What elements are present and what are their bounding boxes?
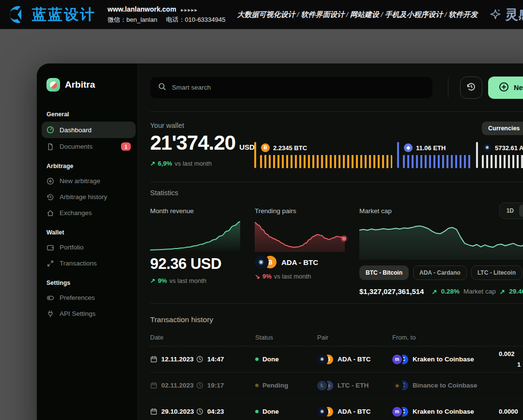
site-link[interactable]: www.lanlanwork.com (108, 5, 176, 13)
lanlan-brand-text: 蓝蓝设计 (32, 5, 96, 25)
table-row[interactable]: 29.10.202304:23Done✳ɃADA - BTCmCKraken t… (150, 399, 523, 420)
top-banner: 蓝蓝设计 www.lanlanwork.com▸▸▸▸▸ 微信：ben_lanl… (0, 0, 523, 29)
notification-badge: 1 (121, 142, 131, 151)
market-cap-label: Market cap (359, 207, 392, 219)
tx-pair: ✳ɃADA - BTC (317, 355, 392, 364)
sidebar-item-label: Portfolio (60, 244, 84, 251)
pair-pill-ada[interactable]: ADA - Cardano (413, 265, 467, 280)
trending-pairs-chart (255, 221, 345, 252)
history-icon (466, 82, 476, 92)
new-arbitrage-label: New arbitrage (514, 84, 523, 92)
history-button[interactable] (460, 77, 482, 99)
pair-pills: BTC - BitcoinADA - CardanoLTC - Litecoin… (359, 265, 523, 280)
tx-status: Done (255, 408, 317, 415)
transfer-icon (46, 260, 54, 267)
sidebar-item-label: Transactions (60, 260, 97, 267)
tx-time: 19:17 (196, 382, 255, 389)
tx-amount: 0.0000 (499, 406, 523, 417)
arbitra-logo-icon (46, 78, 60, 92)
page: 蓝蓝设计 www.lanlanwork.com▸▸▸▸▸ 微信：ben_lanl… (0, 0, 523, 420)
home-icon (46, 209, 54, 217)
sidebar-item-preferences[interactable]: Preferences (42, 290, 136, 305)
market-cap-card: Market cap 1D7D1M BTC - BitcoinADA - Car… (359, 207, 523, 296)
dashboard-icon (46, 126, 54, 134)
pair-pill-btc[interactable]: BTC - Bitcoin (359, 265, 409, 280)
ada-coin-icon: ✳ (317, 355, 327, 364)
segment-marker (254, 142, 256, 168)
tx-pair: ✳ɃADA - BTC (317, 407, 392, 417)
transactions-header: Date Status Pair From, to (150, 334, 523, 346)
sidebar-item-label: Preferences (60, 294, 95, 301)
wallet-title: Your wallet (150, 122, 184, 129)
sidebar-item-new-arbitrage[interactable]: New arbitrage (42, 173, 136, 188)
status-dot (255, 358, 259, 361)
toggle-icon (46, 294, 54, 302)
range-tab-7d[interactable]: 7D (519, 204, 523, 217)
trend-up-icon: ↗ (150, 160, 155, 167)
plus-icon (499, 82, 509, 92)
search-input[interactable] (171, 83, 425, 92)
section-title: Settings (46, 280, 131, 286)
wallet-tab-currencies[interactable]: Currencies (482, 122, 523, 135)
topbar: New arbitrage (150, 63, 523, 111)
table-row[interactable]: 02.11.202319:17PendingŁ◆LTC - ETH◆CBinan… (150, 373, 523, 399)
eth-coin-icon: ◆ (404, 143, 413, 152)
transactions-rows: 12.11.202314:47Done✳ɃADA - BTCmCKraken t… (150, 346, 523, 420)
section-title: Arbitrage (46, 163, 131, 170)
sidebar-item-arbitrage-history[interactable]: Arbitrage history (42, 189, 136, 204)
search-box[interactable] (150, 77, 432, 98)
holdings-bars: Ƀ2.2345 BTC◆11.06 ETH✳5732.61 ADA (254, 142, 523, 169)
services-list: 大数据可视化设计 / 软件界面设计 / 网站建设 / 手机及小程序设计 / 软件… (237, 10, 477, 19)
sidebar-item-api-settings[interactable]: API Settings (42, 306, 136, 321)
lanlan-logo: 蓝蓝设计 (8, 5, 96, 25)
tx-time: 04:23 (196, 408, 255, 415)
sidebar-item-dashboard[interactable]: Dashboard (42, 122, 136, 138)
holding-bars (482, 155, 523, 168)
plus-icon (499, 82, 509, 93)
sidebar-section-settings: SettingsPreferencesAPI Settings (46, 280, 131, 321)
arbitra-app: Arbitra GeneralDashboardDocuments1Arbitr… (37, 63, 523, 420)
clock-icon (196, 382, 203, 389)
sidebar-item-label: API Settings (60, 310, 95, 317)
tx-status: Done (255, 356, 317, 363)
chart-end-dot (342, 236, 346, 241)
ada-coin-icon: ✳ (255, 256, 267, 268)
status-dot (255, 410, 259, 413)
table-row[interactable]: 12.11.202314:47Done✳ɃADA - BTCmCKraken t… (150, 346, 523, 373)
tx-date: 12.11.2023 (150, 356, 196, 363)
sidebar-item-documents[interactable]: Documents1 (42, 139, 136, 154)
balance-currency: USD (239, 143, 255, 151)
sidebar-item-label: Documents (60, 143, 92, 150)
holding-amount-text: 2.2345 BTC (273, 144, 307, 152)
sidebar-item-label: Dashboard (60, 126, 92, 134)
sidebar-item-label: New arbitrage (60, 177, 100, 185)
sidebar-nav: GeneralDashboardDocuments1ArbitrageNew a… (46, 111, 131, 321)
new-arbitrage-button[interactable]: New arbitrage (488, 77, 523, 99)
change-value: 6,9% (158, 160, 172, 167)
pair-pill-ltc[interactable]: LTC - Litecoin (471, 265, 522, 280)
tx-date: 02.11.2023 (150, 382, 196, 389)
range-tab-1d[interactable]: 1D (501, 204, 519, 217)
sidebar: Arbitra GeneralDashboardDocuments1Arbitr… (37, 63, 138, 420)
holding-amount: ◆11.06 ETH (404, 143, 446, 152)
banner-contact: www.lanlanwork.com▸▸▸▸▸ 微信：ben_lanlan 电话… (108, 4, 225, 25)
trend-up-icon: ↗ (150, 277, 155, 284)
ada-coin-icon: ✳ (483, 143, 492, 152)
pair-coin-icons: ✳Ƀ (255, 256, 277, 268)
clock-icon (196, 356, 203, 363)
holding-amount-text: 11.06 ETH (416, 144, 446, 152)
trend-up-icon: ↗ (431, 288, 437, 296)
calendar-icon (150, 356, 157, 363)
sidebar-item-portfolio[interactable]: Portfolio (42, 240, 136, 255)
sidebar-item-transactions[interactable]: Transactions (42, 256, 136, 271)
sidebar-item-label: Arbitrage history (60, 193, 107, 201)
clock-icon (196, 408, 203, 415)
history-icon (46, 193, 54, 201)
wallet-icon (46, 244, 54, 251)
trend-down-icon: ↘ (255, 273, 260, 280)
wechat-label: 微信：ben_lanlan (108, 15, 157, 25)
sidebar-item-exchanges[interactable]: Exchanges (42, 205, 136, 220)
segment-marker (397, 142, 399, 168)
arbitra-name: Arbitra (65, 79, 95, 90)
column-pair: Pair (317, 334, 392, 341)
